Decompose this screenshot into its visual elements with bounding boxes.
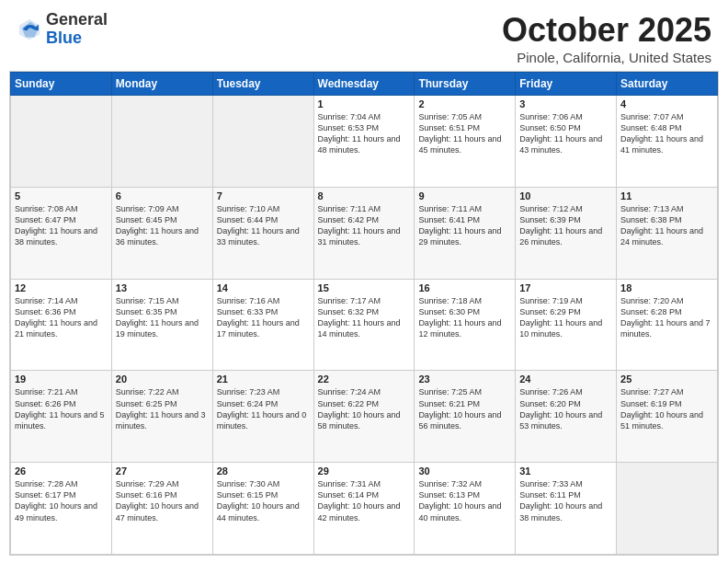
day-number: 6 <box>116 190 209 201</box>
day-number: 24 <box>519 373 612 385</box>
title-block: October 2025 Pinole, California, United … <box>502 11 711 65</box>
day-number: 5 <box>15 190 108 201</box>
day-header-saturday: Saturday <box>617 73 718 96</box>
day-info: Sunrise: 7:05 AMSunset: 6:51 PMDaylight:… <box>418 111 511 156</box>
day-number: 30 <box>418 465 511 477</box>
day-info: Sunrise: 7:20 AMSunset: 6:28 PMDaylight:… <box>620 295 713 340</box>
week-row-4: 19Sunrise: 7:21 AMSunset: 6:26 PMDayligh… <box>11 371 718 463</box>
day-number: 26 <box>15 465 108 477</box>
day-header-thursday: Thursday <box>415 73 516 96</box>
day-number: 4 <box>620 98 713 109</box>
calendar-cell <box>11 96 112 188</box>
day-number: 12 <box>15 282 108 293</box>
calendar-cell: 19Sunrise: 7:21 AMSunset: 6:26 PMDayligh… <box>11 371 112 463</box>
calendar-cell: 7Sunrise: 7:10 AMSunset: 6:44 PMDaylight… <box>212 187 313 279</box>
day-number: 22 <box>318 373 411 385</box>
day-number: 31 <box>519 465 612 477</box>
location: Pinole, California, United States <box>502 50 711 65</box>
day-header-monday: Monday <box>111 73 212 96</box>
calendar-cell: 17Sunrise: 7:19 AMSunset: 6:29 PMDayligh… <box>516 279 617 371</box>
week-row-2: 5Sunrise: 7:08 AMSunset: 6:47 PMDaylight… <box>11 187 718 279</box>
day-info: Sunrise: 7:08 AMSunset: 6:47 PMDaylight:… <box>15 203 108 248</box>
day-number: 2 <box>418 98 511 109</box>
calendar-cell: 18Sunrise: 7:20 AMSunset: 6:28 PMDayligh… <box>617 279 718 371</box>
calendar-cell: 27Sunrise: 7:29 AMSunset: 6:16 PMDayligh… <box>111 463 212 555</box>
day-number: 11 <box>620 190 713 201</box>
day-number: 14 <box>217 282 310 293</box>
logo-blue: Blue <box>46 29 108 48</box>
day-info: Sunrise: 7:16 AMSunset: 6:33 PMDaylight:… <box>217 295 310 340</box>
calendar-cell: 6Sunrise: 7:09 AMSunset: 6:45 PMDaylight… <box>111 187 212 279</box>
calendar-cell: 1Sunrise: 7:04 AMSunset: 6:53 PMDaylight… <box>313 96 415 188</box>
day-number: 10 <box>519 190 612 201</box>
calendar-cell: 25Sunrise: 7:27 AMSunset: 6:19 PMDayligh… <box>617 371 718 463</box>
calendar-cell: 16Sunrise: 7:18 AMSunset: 6:30 PMDayligh… <box>415 279 516 371</box>
calendar-cell: 2Sunrise: 7:05 AMSunset: 6:51 PMDaylight… <box>415 96 516 188</box>
day-number: 16 <box>418 282 511 293</box>
day-info: Sunrise: 7:15 AMSunset: 6:35 PMDaylight:… <box>116 295 209 340</box>
day-info: Sunrise: 7:11 AMSunset: 6:41 PMDaylight:… <box>418 203 511 248</box>
calendar-cell <box>617 463 718 555</box>
calendar-cell: 23Sunrise: 7:25 AMSunset: 6:21 PMDayligh… <box>415 371 516 463</box>
day-info: Sunrise: 7:31 AMSunset: 6:14 PMDaylight:… <box>318 478 411 523</box>
day-number: 19 <box>15 373 108 385</box>
day-info: Sunrise: 7:23 AMSunset: 6:24 PMDaylight:… <box>217 386 310 431</box>
week-row-1: 1Sunrise: 7:04 AMSunset: 6:53 PMDaylight… <box>11 96 718 188</box>
day-number: 27 <box>116 465 209 477</box>
calendar-cell: 22Sunrise: 7:24 AMSunset: 6:22 PMDayligh… <box>313 371 415 463</box>
calendar-cell: 8Sunrise: 7:11 AMSunset: 6:42 PMDaylight… <box>313 187 415 279</box>
calendar-cell: 29Sunrise: 7:31 AMSunset: 6:14 PMDayligh… <box>313 463 415 555</box>
calendar-cell: 31Sunrise: 7:33 AMSunset: 6:11 PMDayligh… <box>516 463 617 555</box>
day-number: 28 <box>217 465 310 477</box>
day-info: Sunrise: 7:25 AMSunset: 6:21 PMDaylight:… <box>418 386 511 431</box>
day-info: Sunrise: 7:30 AMSunset: 6:15 PMDaylight:… <box>217 478 310 523</box>
day-number: 18 <box>620 282 713 293</box>
calendar-cell: 11Sunrise: 7:13 AMSunset: 6:38 PMDayligh… <box>617 187 718 279</box>
day-number: 17 <box>519 282 612 293</box>
day-number: 15 <box>318 282 411 293</box>
calendar-cell: 9Sunrise: 7:11 AMSunset: 6:41 PMDaylight… <box>415 187 516 279</box>
day-number: 9 <box>418 190 511 201</box>
day-info: Sunrise: 7:26 AMSunset: 6:20 PMDaylight:… <box>519 386 612 431</box>
logo: General Blue <box>17 11 108 48</box>
day-info: Sunrise: 7:22 AMSunset: 6:25 PMDaylight:… <box>116 386 209 431</box>
day-info: Sunrise: 7:19 AMSunset: 6:29 PMDaylight:… <box>519 295 612 340</box>
logo-general: General <box>46 11 108 29</box>
day-number: 7 <box>217 190 310 201</box>
logo-text: General Blue <box>46 11 108 48</box>
calendar-cell <box>111 96 212 188</box>
day-info: Sunrise: 7:12 AMSunset: 6:39 PMDaylight:… <box>519 203 612 248</box>
calendar-cell: 5Sunrise: 7:08 AMSunset: 6:47 PMDaylight… <box>11 187 112 279</box>
calendar-cell <box>212 96 313 188</box>
calendar-cell: 13Sunrise: 7:15 AMSunset: 6:35 PMDayligh… <box>111 279 212 371</box>
calendar-cell: 3Sunrise: 7:06 AMSunset: 6:50 PMDaylight… <box>516 96 617 188</box>
day-info: Sunrise: 7:33 AMSunset: 6:11 PMDaylight:… <box>519 478 612 523</box>
day-number: 23 <box>418 373 511 385</box>
calendar-cell: 28Sunrise: 7:30 AMSunset: 6:15 PMDayligh… <box>212 463 313 555</box>
calendar-cell: 14Sunrise: 7:16 AMSunset: 6:33 PMDayligh… <box>212 279 313 371</box>
day-number: 1 <box>318 98 411 109</box>
day-info: Sunrise: 7:07 AMSunset: 6:48 PMDaylight:… <box>620 111 713 156</box>
day-header-friday: Friday <box>516 73 617 96</box>
calendar-cell: 12Sunrise: 7:14 AMSunset: 6:36 PMDayligh… <box>11 279 112 371</box>
month-title: October 2025 <box>502 11 711 50</box>
day-info: Sunrise: 7:06 AMSunset: 6:50 PMDaylight:… <box>519 111 612 156</box>
header: General Blue October 2025 Pinole, Califo… <box>0 0 728 71</box>
calendar-cell: 20Sunrise: 7:22 AMSunset: 6:25 PMDayligh… <box>111 371 212 463</box>
calendar-table: SundayMondayTuesdayWednesdayThursdayFrid… <box>10 72 718 555</box>
day-info: Sunrise: 7:24 AMSunset: 6:22 PMDaylight:… <box>318 386 411 431</box>
calendar-body: 1Sunrise: 7:04 AMSunset: 6:53 PMDaylight… <box>11 96 718 555</box>
day-info: Sunrise: 7:04 AMSunset: 6:53 PMDaylight:… <box>318 111 411 156</box>
calendar-cell: 24Sunrise: 7:26 AMSunset: 6:20 PMDayligh… <box>516 371 617 463</box>
day-info: Sunrise: 7:13 AMSunset: 6:38 PMDaylight:… <box>620 203 713 248</box>
day-info: Sunrise: 7:27 AMSunset: 6:19 PMDaylight:… <box>620 386 713 431</box>
day-number: 20 <box>116 373 209 385</box>
day-number: 3 <box>519 98 612 109</box>
day-info: Sunrise: 7:28 AMSunset: 6:17 PMDaylight:… <box>15 478 108 523</box>
calendar-cell: 30Sunrise: 7:32 AMSunset: 6:13 PMDayligh… <box>415 463 516 555</box>
page: General Blue October 2025 Pinole, Califo… <box>0 0 728 563</box>
day-header-sunday: Sunday <box>11 73 112 96</box>
day-info: Sunrise: 7:10 AMSunset: 6:44 PMDaylight:… <box>217 203 310 248</box>
calendar-cell: 26Sunrise: 7:28 AMSunset: 6:17 PMDayligh… <box>11 463 112 555</box>
day-info: Sunrise: 7:21 AMSunset: 6:26 PMDaylight:… <box>15 386 108 431</box>
